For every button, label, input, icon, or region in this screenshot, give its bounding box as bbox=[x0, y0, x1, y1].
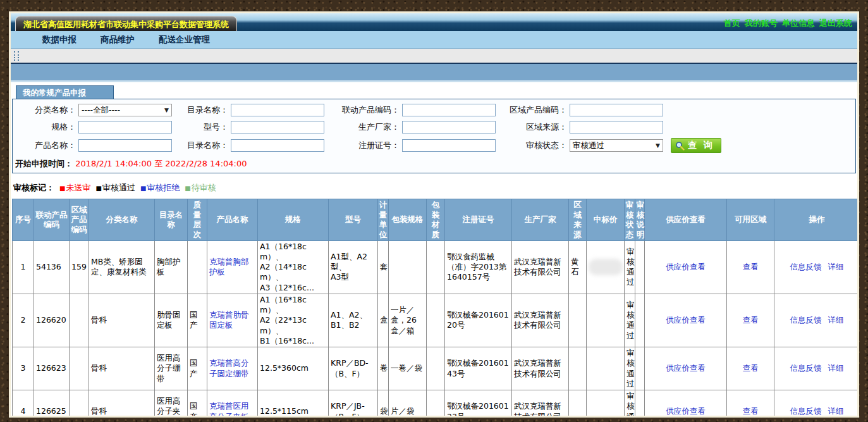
cell-operations: 信息反馈详细 bbox=[774, 347, 858, 390]
audit-legend: 审核标记： ■未送审■审核通过■审核拒绝■待审核 bbox=[13, 182, 856, 194]
col-header-20: 操作 bbox=[774, 199, 858, 241]
link-region-view[interactable]: 查看 bbox=[743, 315, 759, 325]
link-region-view[interactable]: 查看 bbox=[743, 406, 759, 416]
legend-item: ■审核拒绝 bbox=[140, 183, 180, 192]
cell-text: 2 bbox=[21, 315, 26, 325]
cell-catalog: 肋骨固定板 bbox=[155, 294, 188, 347]
link-region-view[interactable]: 查看 bbox=[743, 262, 759, 271]
cell-supply-price: 供应价查看 bbox=[645, 347, 727, 390]
cell-pack-spec: 一片／盒，26盒／箱 bbox=[389, 294, 427, 347]
cell-available-region: 查看 bbox=[727, 390, 774, 416]
cell-spec: 12.5*360cm bbox=[258, 347, 329, 390]
col-header-13: 生产厂家 bbox=[512, 199, 569, 241]
category-select[interactable]: ----全部----▼ bbox=[78, 104, 172, 116]
product-name-link[interactable]: 克瑞普肋骨固定板 bbox=[209, 310, 249, 330]
cell-region-source bbox=[569, 390, 587, 416]
col-header-text: 审核说明 bbox=[636, 200, 645, 240]
product-name-link[interactable]: 克瑞普胸部护板 bbox=[209, 257, 249, 276]
op-link-0[interactable]: 信息反馈 bbox=[790, 315, 822, 326]
col-header-4: 目录名称 bbox=[155, 199, 188, 241]
audit-status-select[interactable]: 审核通过▼ bbox=[570, 139, 663, 152]
op-link-0[interactable]: 信息反馈 bbox=[790, 363, 822, 374]
top-link-home[interactable]: 首页 bbox=[724, 18, 740, 29]
cell-text: 12.5*360cm bbox=[260, 363, 309, 373]
cell-region-code bbox=[70, 347, 89, 390]
cell-region-code bbox=[70, 390, 89, 416]
operation-links: 信息反馈详细 bbox=[776, 363, 857, 374]
cell-text: A1、A2、 B1、B2 bbox=[331, 310, 367, 330]
cell-reg-no: 鄂汉械备20160120号 bbox=[445, 294, 512, 347]
cell-catalog: 胸部护板 bbox=[155, 240, 188, 294]
main-menu: 数据申报商品维护配送企业管理 bbox=[11, 31, 857, 49]
cell-bid-price bbox=[587, 390, 625, 416]
cell-link-code: 126620 bbox=[34, 294, 70, 347]
category-select-value: ----全部---- bbox=[82, 105, 120, 116]
cell-text: 4 bbox=[21, 406, 26, 416]
op-link-1[interactable]: 详细 bbox=[828, 315, 844, 326]
catalog-name-input[interactable] bbox=[231, 104, 324, 116]
cell-audit-note bbox=[635, 390, 645, 416]
op-link-1[interactable]: 详细 bbox=[828, 406, 844, 416]
menu-item-delivery-company[interactable]: 配送企业管理 bbox=[159, 34, 210, 46]
link-supply-price-view[interactable]: 供应价查看 bbox=[666, 363, 706, 373]
cell-text: 武汉克瑞普新技术有限公司 bbox=[514, 401, 561, 416]
drag-handle-icon[interactable] bbox=[14, 51, 16, 61]
region-source-input[interactable] bbox=[570, 121, 663, 133]
col-header-text: 序号 bbox=[15, 214, 31, 225]
link-product-code-input[interactable] bbox=[402, 104, 496, 116]
link-supply-price-view[interactable]: 供应价查看 bbox=[666, 262, 706, 271]
op-link-0[interactable]: 信息反馈 bbox=[790, 406, 822, 416]
top-link-logout[interactable]: 退出系统 bbox=[819, 18, 852, 29]
cell-text: 套 bbox=[380, 262, 388, 271]
legend-item-label: 待审核 bbox=[192, 183, 216, 192]
cell-spec: A1（16*18cm）、 A2（14*18cm）、 A3（12*16c... bbox=[258, 240, 329, 294]
cell-text: 骨科 bbox=[91, 363, 107, 373]
query-button[interactable]: 查 询 bbox=[671, 138, 721, 153]
search-panel: 分类名称：----全部----▼目录名称：联动产品编码：区域产品编码：规格：型号… bbox=[12, 99, 856, 173]
spec-input[interactable] bbox=[78, 121, 172, 133]
cell-audit-note bbox=[635, 347, 645, 390]
menu-item-data-declare[interactable]: 数据申报 bbox=[42, 34, 76, 46]
cell-reg-no: 鄂汉械备20160123号 bbox=[445, 390, 512, 416]
region-product-code-input[interactable] bbox=[570, 104, 663, 116]
cell-model: KRP／BD- （B、F） bbox=[329, 347, 378, 390]
search-form-row: 产品名称：目录名称：注册证号：审核状态：审核通过▼查 询 bbox=[15, 138, 853, 153]
manufacturer-input[interactable] bbox=[402, 121, 496, 133]
cell-link-code: 126625 bbox=[34, 390, 70, 416]
audit-status-text: 审核通过 bbox=[627, 391, 635, 416]
drag-handle-icon[interactable] bbox=[18, 51, 20, 61]
model-input[interactable] bbox=[231, 121, 324, 133]
chevron-down-icon: ▼ bbox=[656, 142, 660, 149]
cell-audit-status: 审核通过 bbox=[625, 347, 635, 390]
cell-quality: 国产 bbox=[188, 294, 207, 347]
op-link-1[interactable]: 详细 bbox=[828, 363, 844, 374]
top-link-my-account[interactable]: 我的账号 bbox=[745, 18, 778, 29]
reg-no-input[interactable] bbox=[402, 139, 496, 152]
cell-audit-note bbox=[635, 294, 645, 347]
table-row: 154136159MB类、矫形固定、康复材料类胸部护板克瑞普胸部护板A1（16*… bbox=[13, 240, 858, 294]
op-link-1[interactable]: 详细 bbox=[828, 262, 844, 273]
product-name-input[interactable] bbox=[78, 139, 172, 152]
col-header-0: 序号 bbox=[13, 199, 34, 241]
catalog-name2-input[interactable] bbox=[231, 139, 324, 152]
menu-item-product-maintain[interactable]: 商品维护 bbox=[101, 34, 135, 46]
cell-text: 骨科 bbox=[91, 315, 107, 325]
cell-quality bbox=[188, 240, 207, 294]
top-link-unit-info[interactable]: 单位信息 bbox=[782, 18, 815, 29]
product-name-link[interactable]: 克瑞普高分子固定绷带 bbox=[209, 358, 249, 378]
op-link-0[interactable]: 信息反馈 bbox=[790, 262, 822, 273]
cell-text: A1（16*18cm）、 A2（14*18cm）、 A3（12*16c... bbox=[260, 242, 314, 292]
cell-text: 武汉克瑞普新技术有限公司 bbox=[514, 257, 561, 276]
tab-my-regular-product-declaration[interactable]: 我的常规产品申报 bbox=[16, 85, 114, 99]
audit-status-text: 审核通过 bbox=[627, 247, 635, 288]
link-supply-price-view[interactable]: 供应价查看 bbox=[666, 315, 706, 325]
cell-catalog: 医用高分子绷带 bbox=[155, 347, 188, 390]
col-header-text: 计量单位 bbox=[379, 200, 388, 240]
audit-status-select-value: 审核通过 bbox=[573, 140, 604, 151]
cell-text: 一卷／袋 bbox=[391, 363, 422, 373]
product-name-link[interactable]: 克瑞普医用高分子夹板 bbox=[209, 401, 249, 416]
link-region-view[interactable]: 查看 bbox=[743, 363, 759, 373]
cell-pack-spec: 一卷／袋 bbox=[389, 347, 427, 390]
cell-text: 国产 bbox=[190, 358, 198, 378]
link-supply-price-view[interactable]: 供应价查看 bbox=[666, 406, 706, 416]
